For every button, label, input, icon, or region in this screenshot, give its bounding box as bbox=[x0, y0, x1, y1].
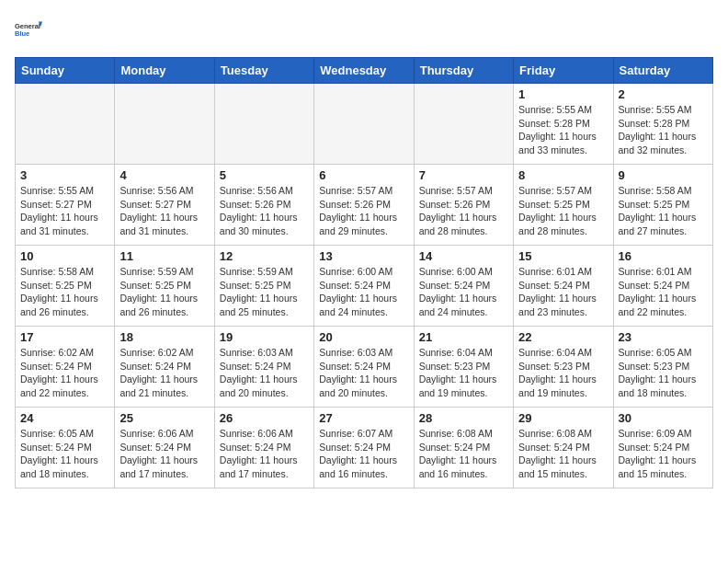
day-cell: 5Sunrise: 5:56 AM Sunset: 5:26 PM Daylig… bbox=[214, 165, 313, 246]
day-number: 23 bbox=[619, 330, 708, 344]
day-cell: 26Sunrise: 6:06 AM Sunset: 5:24 PM Dayli… bbox=[214, 408, 313, 488]
day-number: 12 bbox=[220, 249, 309, 263]
week-row-1: 1Sunrise: 5:55 AM Sunset: 5:28 PM Daylig… bbox=[16, 84, 713, 165]
day-cell: 6Sunrise: 5:57 AM Sunset: 5:26 PM Daylig… bbox=[314, 165, 414, 246]
day-info: Sunrise: 5:57 AM Sunset: 5:26 PM Dayligh… bbox=[419, 184, 508, 238]
day-info: Sunrise: 6:08 AM Sunset: 5:24 PM Dayligh… bbox=[518, 427, 608, 481]
day-cell: 17Sunrise: 6:02 AM Sunset: 5:24 PM Dayli… bbox=[16, 327, 115, 408]
day-info: Sunrise: 5:56 AM Sunset: 5:26 PM Dayligh… bbox=[220, 184, 309, 238]
day-info: Sunrise: 6:00 AM Sunset: 5:24 PM Dayligh… bbox=[419, 265, 508, 319]
day-info: Sunrise: 6:03 AM Sunset: 5:24 PM Dayligh… bbox=[220, 346, 309, 400]
day-number: 16 bbox=[619, 249, 708, 263]
week-row-3: 10Sunrise: 5:58 AM Sunset: 5:25 PM Dayli… bbox=[16, 246, 713, 327]
day-cell: 28Sunrise: 6:08 AM Sunset: 5:24 PM Dayli… bbox=[414, 408, 513, 488]
day-number: 11 bbox=[119, 249, 209, 263]
day-number: 4 bbox=[119, 168, 209, 182]
day-info: Sunrise: 5:55 AM Sunset: 5:28 PM Dayligh… bbox=[619, 103, 708, 157]
day-info: Sunrise: 6:05 AM Sunset: 5:24 PM Dayligh… bbox=[20, 427, 109, 481]
day-info: Sunrise: 6:06 AM Sunset: 5:24 PM Dayligh… bbox=[220, 427, 309, 481]
day-info: Sunrise: 6:02 AM Sunset: 5:24 PM Dayligh… bbox=[20, 346, 109, 400]
day-number: 7 bbox=[419, 168, 508, 182]
day-cell bbox=[314, 84, 414, 165]
day-cell: 2Sunrise: 5:55 AM Sunset: 5:28 PM Daylig… bbox=[613, 84, 712, 165]
day-number: 24 bbox=[20, 411, 109, 425]
day-header-thursday: Thursday bbox=[414, 58, 513, 84]
day-number: 22 bbox=[518, 330, 608, 344]
logo-svg: General Blue bbox=[15, 15, 42, 48]
day-info: Sunrise: 5:58 AM Sunset: 5:25 PM Dayligh… bbox=[619, 184, 708, 238]
day-cell: 13Sunrise: 6:00 AM Sunset: 5:24 PM Dayli… bbox=[314, 246, 414, 327]
day-cell: 12Sunrise: 5:59 AM Sunset: 5:25 PM Dayli… bbox=[214, 246, 313, 327]
day-cell: 7Sunrise: 5:57 AM Sunset: 5:26 PM Daylig… bbox=[414, 165, 513, 246]
day-info: Sunrise: 6:05 AM Sunset: 5:23 PM Dayligh… bbox=[619, 346, 708, 400]
day-number: 27 bbox=[319, 411, 408, 425]
day-number: 10 bbox=[20, 249, 109, 263]
day-cell: 1Sunrise: 5:55 AM Sunset: 5:28 PM Daylig… bbox=[514, 84, 613, 165]
day-cell: 20Sunrise: 6:03 AM Sunset: 5:24 PM Dayli… bbox=[314, 327, 414, 408]
svg-text:Blue: Blue bbox=[15, 29, 29, 38]
day-number: 15 bbox=[518, 249, 608, 263]
day-cell: 14Sunrise: 6:00 AM Sunset: 5:24 PM Dayli… bbox=[414, 246, 513, 327]
day-cell: 23Sunrise: 6:05 AM Sunset: 5:23 PM Dayli… bbox=[613, 327, 712, 408]
day-number: 9 bbox=[619, 168, 708, 182]
day-header-friday: Friday bbox=[514, 58, 613, 84]
day-info: Sunrise: 6:01 AM Sunset: 5:24 PM Dayligh… bbox=[619, 265, 708, 319]
svg-text:General: General bbox=[15, 22, 40, 30]
day-cell: 15Sunrise: 6:01 AM Sunset: 5:24 PM Dayli… bbox=[514, 246, 613, 327]
day-cell: 30Sunrise: 6:09 AM Sunset: 5:24 PM Dayli… bbox=[613, 408, 712, 488]
day-number: 8 bbox=[518, 168, 608, 182]
week-row-2: 3Sunrise: 5:55 AM Sunset: 5:27 PM Daylig… bbox=[16, 165, 713, 246]
day-cell bbox=[16, 84, 115, 165]
week-row-4: 17Sunrise: 6:02 AM Sunset: 5:24 PM Dayli… bbox=[16, 327, 713, 408]
day-info: Sunrise: 5:58 AM Sunset: 5:25 PM Dayligh… bbox=[20, 265, 109, 319]
day-number: 29 bbox=[518, 411, 608, 425]
day-cell bbox=[214, 84, 313, 165]
day-info: Sunrise: 5:55 AM Sunset: 5:28 PM Dayligh… bbox=[518, 103, 608, 157]
day-info: Sunrise: 5:56 AM Sunset: 5:27 PM Dayligh… bbox=[119, 184, 209, 238]
day-info: Sunrise: 6:03 AM Sunset: 5:24 PM Dayligh… bbox=[319, 346, 408, 400]
day-cell: 10Sunrise: 5:58 AM Sunset: 5:25 PM Dayli… bbox=[16, 246, 115, 327]
day-number: 20 bbox=[319, 330, 408, 344]
day-cell: 9Sunrise: 5:58 AM Sunset: 5:25 PM Daylig… bbox=[613, 165, 712, 246]
day-cell: 22Sunrise: 6:04 AM Sunset: 5:23 PM Dayli… bbox=[514, 327, 613, 408]
day-info: Sunrise: 6:02 AM Sunset: 5:24 PM Dayligh… bbox=[119, 346, 209, 400]
day-info: Sunrise: 6:06 AM Sunset: 5:24 PM Dayligh… bbox=[119, 427, 209, 481]
day-info: Sunrise: 6:07 AM Sunset: 5:24 PM Dayligh… bbox=[319, 427, 408, 481]
day-info: Sunrise: 5:55 AM Sunset: 5:27 PM Dayligh… bbox=[20, 184, 109, 238]
day-number: 5 bbox=[220, 168, 309, 182]
day-info: Sunrise: 5:59 AM Sunset: 5:25 PM Dayligh… bbox=[220, 265, 309, 319]
day-header-saturday: Saturday bbox=[613, 58, 712, 84]
day-number: 26 bbox=[220, 411, 309, 425]
day-number: 21 bbox=[419, 330, 508, 344]
day-number: 1 bbox=[518, 87, 608, 101]
week-row-5: 24Sunrise: 6:05 AM Sunset: 5:24 PM Dayli… bbox=[16, 408, 713, 488]
day-cell bbox=[414, 84, 513, 165]
day-number: 13 bbox=[319, 249, 408, 263]
header-row: SundayMondayTuesdayWednesdayThursdayFrid… bbox=[16, 58, 713, 84]
day-info: Sunrise: 5:57 AM Sunset: 5:25 PM Dayligh… bbox=[518, 184, 608, 238]
day-info: Sunrise: 6:04 AM Sunset: 5:23 PM Dayligh… bbox=[518, 346, 608, 400]
day-cell: 18Sunrise: 6:02 AM Sunset: 5:24 PM Dayli… bbox=[115, 327, 214, 408]
day-info: Sunrise: 5:59 AM Sunset: 5:25 PM Dayligh… bbox=[119, 265, 209, 319]
day-number: 28 bbox=[419, 411, 508, 425]
day-header-wednesday: Wednesday bbox=[314, 58, 414, 84]
day-cell: 21Sunrise: 6:04 AM Sunset: 5:23 PM Dayli… bbox=[414, 327, 513, 408]
day-cell: 3Sunrise: 5:55 AM Sunset: 5:27 PM Daylig… bbox=[16, 165, 115, 246]
day-cell: 27Sunrise: 6:07 AM Sunset: 5:24 PM Dayli… bbox=[314, 408, 414, 488]
day-info: Sunrise: 5:57 AM Sunset: 5:26 PM Dayligh… bbox=[319, 184, 408, 238]
day-cell: 29Sunrise: 6:08 AM Sunset: 5:24 PM Dayli… bbox=[514, 408, 613, 488]
day-cell: 8Sunrise: 5:57 AM Sunset: 5:25 PM Daylig… bbox=[514, 165, 613, 246]
day-cell: 24Sunrise: 6:05 AM Sunset: 5:24 PM Dayli… bbox=[16, 408, 115, 488]
day-info: Sunrise: 6:09 AM Sunset: 5:24 PM Dayligh… bbox=[619, 427, 708, 481]
day-number: 25 bbox=[119, 411, 209, 425]
day-number: 19 bbox=[220, 330, 309, 344]
day-info: Sunrise: 6:01 AM Sunset: 5:24 PM Dayligh… bbox=[518, 265, 608, 319]
day-header-sunday: Sunday bbox=[16, 58, 115, 84]
day-cell: 19Sunrise: 6:03 AM Sunset: 5:24 PM Dayli… bbox=[214, 327, 313, 408]
day-cell: 16Sunrise: 6:01 AM Sunset: 5:24 PM Dayli… bbox=[613, 246, 712, 327]
day-info: Sunrise: 6:00 AM Sunset: 5:24 PM Dayligh… bbox=[319, 265, 408, 319]
day-info: Sunrise: 6:04 AM Sunset: 5:23 PM Dayligh… bbox=[419, 346, 508, 400]
day-number: 17 bbox=[20, 330, 109, 344]
day-number: 14 bbox=[419, 249, 508, 263]
logo: General Blue bbox=[15, 15, 42, 48]
